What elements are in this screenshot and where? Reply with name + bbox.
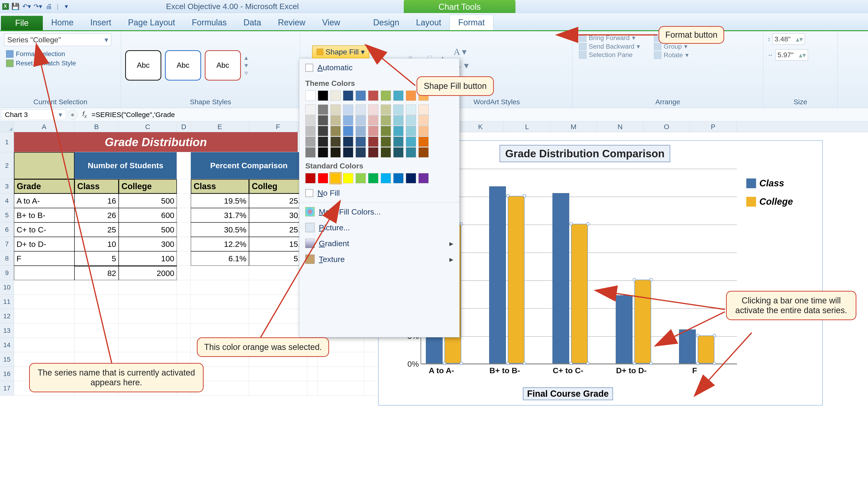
color-swatch[interactable] <box>318 173 328 183</box>
column-header[interactable]: D <box>177 122 191 132</box>
redo-icon[interactable]: ↷▾ <box>33 2 42 11</box>
color-swatch[interactable] <box>355 173 366 183</box>
color-swatch[interactable] <box>406 91 416 101</box>
row-header[interactable]: 8 <box>0 251 14 266</box>
column-header[interactable]: M <box>550 122 597 132</box>
shape-style-1[interactable]: Abc <box>125 50 161 81</box>
tab-page-layout[interactable]: Page Layout <box>120 15 183 30</box>
color-swatch[interactable] <box>305 173 315 183</box>
picture-fill[interactable]: Picture... <box>299 220 459 235</box>
gradient-fill[interactable]: Gradient▸ <box>299 235 459 251</box>
row-header[interactable]: 2 <box>0 152 14 179</box>
color-swatch[interactable] <box>406 104 416 115</box>
column-header[interactable]: N <box>597 122 644 132</box>
column-header[interactable]: F <box>249 122 307 132</box>
chart-bar[interactable] <box>679 329 696 363</box>
color-swatch[interactable] <box>343 136 353 147</box>
tab-formulas[interactable]: Formulas <box>183 15 235 30</box>
color-swatch[interactable] <box>368 104 378 115</box>
texture-fill[interactable]: Texture▸ <box>299 251 459 267</box>
color-swatch[interactable] <box>318 126 328 136</box>
chart-bar[interactable] <box>508 196 525 363</box>
color-swatch[interactable] <box>355 115 366 125</box>
undo-icon[interactable]: ↶▾ <box>22 2 31 11</box>
color-swatch[interactable] <box>355 126 366 136</box>
chart-plot-area[interactable]: 0%5%10%15%20%25%30%35% <box>421 169 737 364</box>
color-swatch[interactable] <box>381 115 391 125</box>
color-swatch[interactable] <box>331 115 341 125</box>
color-swatch[interactable] <box>318 104 328 115</box>
select-all-corner[interactable] <box>0 122 14 132</box>
color-swatch[interactable] <box>393 173 404 183</box>
color-swatch[interactable] <box>393 115 404 125</box>
shape-fill-button[interactable]: Shape Fill ▾ <box>312 45 369 58</box>
color-swatch[interactable] <box>418 126 429 136</box>
chart-bar[interactable] <box>634 280 651 363</box>
tab-insert[interactable]: Insert <box>82 15 120 30</box>
color-swatch[interactable] <box>418 104 429 115</box>
send-backward-button[interactable]: Send Backward ▾ <box>577 42 642 51</box>
color-swatch[interactable] <box>393 91 404 101</box>
color-swatch[interactable] <box>418 147 429 158</box>
color-swatch[interactable] <box>393 104 404 115</box>
color-swatch[interactable] <box>381 147 391 158</box>
rotate-button[interactable]: Rotate ▾ <box>652 51 691 59</box>
color-swatch[interactable] <box>343 115 353 125</box>
shape-style-2[interactable]: Abc <box>165 50 201 81</box>
tab-file[interactable]: File <box>1 16 43 30</box>
chart-bar[interactable] <box>553 193 569 363</box>
shape-height-input[interactable]: 3.48"▴▾ <box>772 33 805 45</box>
column-header[interactable]: L <box>504 122 550 132</box>
cancel-formula-icon[interactable]: ● <box>67 109 78 120</box>
row-header[interactable]: 12 <box>0 309 14 323</box>
color-swatch[interactable] <box>381 104 391 115</box>
chart-bar[interactable] <box>698 335 714 363</box>
color-swatch[interactable] <box>406 136 416 147</box>
color-swatch[interactable] <box>305 126 315 136</box>
color-swatch[interactable] <box>343 104 353 115</box>
shape-style-3[interactable]: Abc <box>205 50 241 81</box>
color-swatch[interactable] <box>368 115 378 125</box>
color-swatch[interactable] <box>381 126 391 136</box>
fill-automatic[interactable]: Automatic <box>299 58 459 77</box>
column-header[interactable]: K <box>457 122 504 132</box>
row-header[interactable]: 10 <box>0 280 14 294</box>
tab-home[interactable]: Home <box>43 15 82 30</box>
column-header[interactable]: E <box>191 122 249 132</box>
chart-bar[interactable] <box>616 295 632 363</box>
row-header[interactable]: 17 <box>0 381 14 395</box>
color-swatch[interactable] <box>381 136 391 147</box>
print-icon[interactable]: 🖨 <box>44 2 54 11</box>
chart-bar[interactable] <box>571 224 588 363</box>
color-swatch[interactable] <box>355 91 366 101</box>
tab-review[interactable]: Review <box>270 15 314 30</box>
shape-width-input[interactable]: 5.97"▴▾ <box>775 49 808 61</box>
selection-pane-button[interactable]: Selection Pane <box>577 51 642 59</box>
chart-title[interactable]: Grade Distribution Comparison <box>500 145 670 162</box>
color-swatch[interactable] <box>331 136 341 147</box>
row-header[interactable]: 5 <box>0 208 14 222</box>
color-swatch[interactable] <box>343 173 353 183</box>
chart-x-axis-label[interactable]: Final Course Grade <box>523 387 613 400</box>
row-header[interactable]: 11 <box>0 294 14 309</box>
tab-format[interactable]: Format <box>450 15 493 30</box>
color-swatch[interactable] <box>318 91 328 101</box>
color-swatch[interactable] <box>355 104 366 115</box>
chart-bar[interactable] <box>489 186 506 363</box>
row-header[interactable]: 7 <box>0 237 14 251</box>
color-swatch[interactable] <box>368 173 378 183</box>
color-swatch[interactable] <box>381 91 391 101</box>
fx-icon[interactable]: fx <box>79 110 90 119</box>
color-swatch[interactable] <box>368 91 378 101</box>
formula-value[interactable]: =SERIES("College",'Grade ibution'!$F$4:$… <box>91 111 868 119</box>
color-swatch[interactable] <box>343 91 353 101</box>
row-header[interactable]: 13 <box>0 323 14 338</box>
color-swatch[interactable] <box>331 91 341 101</box>
column-header[interactable]: P <box>690 122 737 132</box>
reset-match-style-button[interactable]: Reset to Match Style <box>4 59 117 68</box>
color-swatch[interactable] <box>368 126 378 136</box>
color-swatch[interactable] <box>318 115 328 125</box>
color-swatch[interactable] <box>305 115 315 125</box>
row-header[interactable]: 14 <box>0 338 14 352</box>
row-header[interactable]: 4 <box>0 194 14 208</box>
